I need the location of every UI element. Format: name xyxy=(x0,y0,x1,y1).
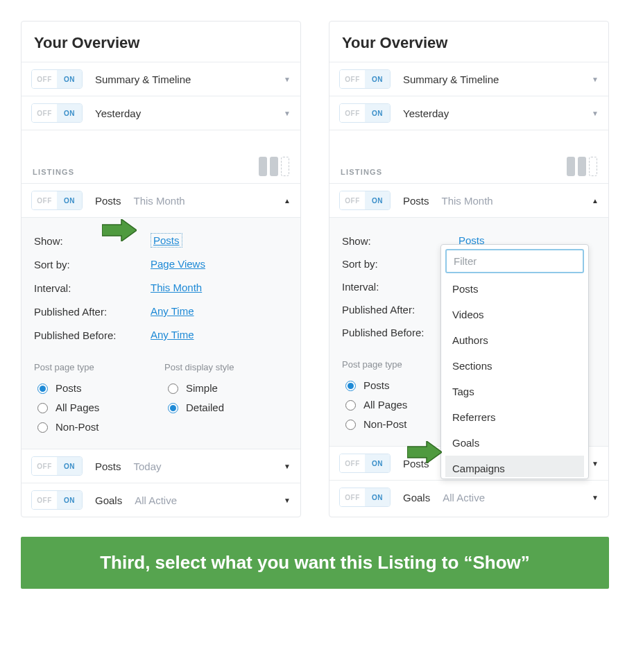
radio-posts[interactable]: Posts xyxy=(34,378,157,397)
dropdown-item-posts[interactable]: Posts xyxy=(445,276,584,302)
toggle-off[interactable]: OFF xyxy=(340,454,365,472)
dropdown-item-tags[interactable]: Tags xyxy=(445,379,584,404)
dropdown-item-videos[interactable]: Videos xyxy=(445,302,584,327)
chevron-down-icon[interactable]: ▼ xyxy=(284,110,291,117)
option-after: Published After: Any Time xyxy=(34,300,288,323)
filter-input[interactable] xyxy=(445,249,584,273)
listing-row-posts[interactable]: OFF ON Posts This Month ▲ xyxy=(329,183,608,217)
radio-label: Non-Post xyxy=(55,421,99,433)
radio-input[interactable] xyxy=(345,420,356,430)
toggle-off[interactable]: OFF xyxy=(340,488,365,506)
dropdown-item-referrers[interactable]: Referrers xyxy=(445,404,584,430)
row-label: Goals xyxy=(403,492,430,503)
listing-row-goals[interactable]: OFF ON Goals All Active ▼ xyxy=(22,483,300,517)
toggle-switch[interactable]: OFF ON xyxy=(339,69,391,89)
layout-icons[interactable] xyxy=(259,157,289,176)
show-link[interactable]: Posts xyxy=(151,233,182,248)
chevron-up-icon[interactable]: ▲ xyxy=(592,197,599,205)
radio-simple[interactable]: Simple xyxy=(164,378,288,397)
yesterday-row[interactable]: OFF ON Yesterday ▼ xyxy=(329,96,608,130)
chevron-down-icon[interactable]: ▼ xyxy=(592,494,599,501)
listing-row-goals[interactable]: OFF ON Goals All Active ▼ xyxy=(329,480,608,514)
toggle-switch[interactable]: OFF ON xyxy=(31,456,83,476)
listings-header: LISTINGS xyxy=(22,130,300,183)
toggle-switch[interactable]: OFF ON xyxy=(31,103,83,123)
yesterday-row[interactable]: OFF ON Yesterday ▼ xyxy=(22,96,300,130)
radio-input[interactable] xyxy=(37,403,48,413)
row-sub: All Active xyxy=(135,494,177,506)
toggle-on[interactable]: ON xyxy=(57,457,82,475)
layout-column-icon[interactable] xyxy=(259,157,267,176)
chevron-down-icon[interactable]: ▼ xyxy=(284,497,291,504)
radio-input[interactable] xyxy=(168,403,178,413)
layout-column-icon[interactable] xyxy=(567,157,575,176)
toggle-on[interactable]: ON xyxy=(57,104,82,122)
listing-options-expanded: Show: Posts Sort by: Page Views Interval… xyxy=(22,217,300,449)
summary-row[interactable]: OFF ON Summary & Timeline ▼ xyxy=(22,62,300,96)
option-interval: Interval: This Month xyxy=(34,276,288,300)
dropdown-item-sections[interactable]: Sections xyxy=(445,353,584,379)
interval-link[interactable]: This Month xyxy=(151,282,202,293)
radio-allpages[interactable]: All Pages xyxy=(34,397,157,417)
radio-input[interactable] xyxy=(168,384,178,394)
show-dropdown[interactable]: Posts Videos Authors Sections Tags Refer… xyxy=(440,244,589,479)
toggle-switch[interactable]: OFF ON xyxy=(31,490,83,510)
chevron-down-icon[interactable]: ▼ xyxy=(284,76,291,83)
toggle-on[interactable]: ON xyxy=(57,491,82,509)
toggle-off[interactable]: OFF xyxy=(32,70,57,88)
listing-row-posts[interactable]: OFF ON Posts This Month ▲ xyxy=(22,183,300,217)
toggle-on[interactable]: ON xyxy=(57,70,82,88)
toggle-off[interactable]: OFF xyxy=(32,457,57,475)
toggle-on[interactable]: ON xyxy=(365,70,390,88)
summary-row[interactable]: OFF ON Summary & Timeline ▼ xyxy=(329,62,608,96)
dropdown-item-goals[interactable]: Goals xyxy=(445,430,584,456)
layout-add-column-icon[interactable] xyxy=(281,157,289,176)
toggle-switch[interactable]: OFF ON xyxy=(339,191,391,210)
toggle-switch[interactable]: OFF ON xyxy=(339,488,391,507)
toggle-off[interactable]: OFF xyxy=(340,70,365,88)
row-label: Summary & Timeline xyxy=(403,74,499,85)
chevron-down-icon[interactable]: ▼ xyxy=(592,460,599,467)
radio-input[interactable] xyxy=(37,422,48,433)
dropdown-item-authors[interactable]: Authors xyxy=(445,327,584,353)
toggle-off[interactable]: OFF xyxy=(32,491,57,509)
toggle-off[interactable]: OFF xyxy=(32,191,57,209)
radio-nonpost[interactable]: Non-Post xyxy=(34,417,157,436)
radio-detailed[interactable]: Detailed xyxy=(164,397,288,417)
toggle-switch[interactable]: OFF ON xyxy=(339,454,391,473)
published-after-link[interactable]: Any Time xyxy=(151,305,194,317)
toggle-off[interactable]: OFF xyxy=(340,191,365,209)
toggle-on[interactable]: ON xyxy=(365,488,390,506)
row-label: Goals xyxy=(95,494,122,506)
toggle-on[interactable]: ON xyxy=(365,104,390,122)
toggle-on[interactable]: ON xyxy=(365,191,390,209)
radio-input[interactable] xyxy=(37,384,48,394)
toggle-switch[interactable]: OFF ON xyxy=(31,191,83,210)
toggle-off[interactable]: OFF xyxy=(340,104,365,122)
row-sub: This Month xyxy=(442,195,493,207)
radio-label: All Pages xyxy=(363,399,407,411)
layout-column-icon[interactable] xyxy=(270,157,278,176)
sortby-link[interactable]: Page Views xyxy=(151,258,205,270)
dropdown-item-campaigns[interactable]: Campaigns xyxy=(445,456,584,477)
layout-icons[interactable] xyxy=(567,157,597,176)
radio-input[interactable] xyxy=(345,400,356,411)
toggle-switch[interactable]: OFF ON xyxy=(339,103,391,123)
chevron-up-icon[interactable]: ▲ xyxy=(284,197,291,205)
dropdown-list[interactable]: Posts Videos Authors Sections Tags Refer… xyxy=(445,276,584,477)
toggle-off[interactable]: OFF xyxy=(32,104,57,122)
radio-input[interactable] xyxy=(345,381,356,391)
toggle-switch[interactable]: OFF ON xyxy=(31,69,83,89)
layout-add-column-icon[interactable] xyxy=(589,157,597,176)
listings-label: LISTINGS xyxy=(341,168,382,176)
listing-row-posts-today[interactable]: OFF ON Posts Today ▼ xyxy=(22,449,300,483)
chevron-down-icon[interactable]: ▼ xyxy=(284,463,291,470)
toggle-on[interactable]: ON xyxy=(365,454,390,472)
toggle-on[interactable]: ON xyxy=(57,191,82,209)
chevron-down-icon[interactable]: ▼ xyxy=(592,110,599,117)
layout-column-icon[interactable] xyxy=(578,157,586,176)
published-before-link[interactable]: Any Time xyxy=(151,329,194,341)
chevron-down-icon[interactable]: ▼ xyxy=(592,76,599,83)
option-before: Published Before: Any Time xyxy=(34,323,288,347)
instruction-arrow-icon xyxy=(407,441,442,463)
